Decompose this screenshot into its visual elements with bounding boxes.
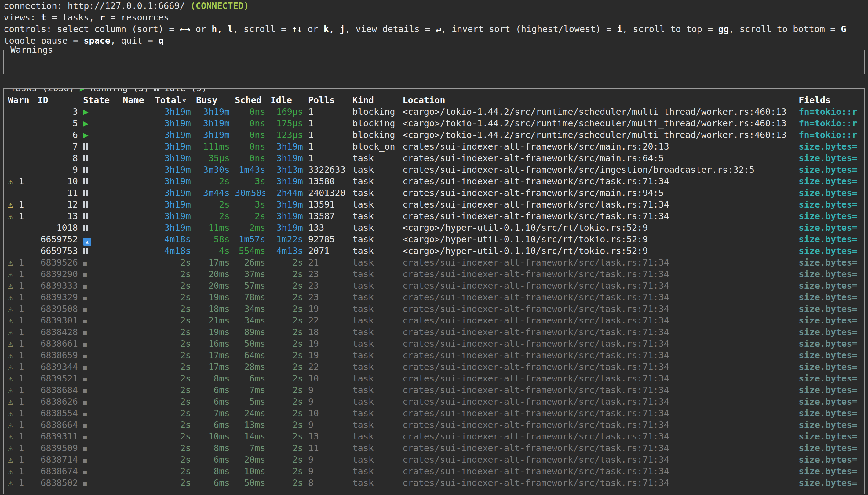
kind-cell: task <box>352 291 397 303</box>
warn-cell: ⚠ 1 <box>8 477 32 489</box>
state-idle-icon <box>83 222 88 234</box>
task-row[interactable]: ⚠ 1 6838659 ■ 2s 17ms 64ms 2s 19 task cr… <box>8 349 863 361</box>
task-row[interactable]: 6 ▶ 3h19m 3h19m 0ns 123µs 1 blocking <ca… <box>8 129 863 141</box>
state-running-icon: ▶ <box>83 106 88 117</box>
kind-cell: task <box>352 187 397 199</box>
text-segment: views: <box>4 12 41 22</box>
id-cell: 5 <box>37 118 78 129</box>
task-row[interactable]: ⚠ 1 6838714 ■ 2s 6ms 20ms 2s 9 task crat… <box>8 454 863 465</box>
state-cell: ■ <box>83 395 118 408</box>
task-row[interactable]: 5 ▶ 3h19m 3h19m 0ns 175µs 1 blocking <ca… <box>8 118 863 129</box>
sched-cell: 554ms <box>235 245 265 257</box>
state-idle-icon <box>83 210 88 222</box>
task-row[interactable]: ⚠ 1 6839333 ■ 2s 20ms 57ms 2s 23 task cr… <box>8 280 863 291</box>
column-header-id[interactable]: ID <box>37 94 78 106</box>
column-header-fields[interactable]: Fields <box>799 94 863 106</box>
text-segment: , scroll to bottom = <box>729 24 841 34</box>
total-cell: 2s <box>155 361 191 373</box>
text-segment: Tasks (2056) <box>11 88 80 93</box>
task-row[interactable]: ⚠ 1 6838502 ■ 2s 6ms 50ms 2s 8 task crat… <box>8 477 863 489</box>
state-cell: ■ <box>83 384 118 396</box>
id-cell: 6839333 <box>37 280 78 291</box>
idle-cell: 2s <box>271 419 303 431</box>
task-row[interactable]: ⚠ 1 6839521 ■ 2s 8ms 6ms 2s 10 task crat… <box>8 373 863 384</box>
column-header-location[interactable]: Location <box>403 94 794 106</box>
warning-icon: ⚠ <box>8 373 13 383</box>
warn-cell: ⚠ 1 <box>8 175 32 187</box>
state-cell <box>83 152 118 164</box>
task-row[interactable]: 1018 3h19m 11ms 2ms 3h19m 133 task <carg… <box>8 222 863 234</box>
task-row[interactable]: ⚠ 1 6839329 ■ 2s 19ms 78ms 2s 23 task cr… <box>8 291 863 303</box>
sched-cell: 50ms <box>235 338 265 349</box>
task-row[interactable]: ⚠ 1 10 3h19m 2s 3s 3h19m 13580 task crat… <box>8 175 863 187</box>
id-cell: 6 <box>37 129 78 141</box>
warning-icon: ⚠ <box>8 269 13 279</box>
state-cell <box>83 245 118 257</box>
column-header-state[interactable]: State <box>83 94 118 106</box>
text-segment: , scroll to top = <box>622 24 718 34</box>
task-row[interactable]: ⚠ 1 6838554 ■ 2s 7ms 24ms 2s 10 task cra… <box>8 407 863 419</box>
polls-cell: 1 <box>308 118 347 129</box>
column-header-sched[interactable]: Sched <box>235 94 265 106</box>
text-segment: Idle (9) <box>159 88 207 93</box>
polls-cell: 10 <box>308 407 347 419</box>
task-row[interactable]: 6659753 4m18s 4s 554ms 4m13s 2071 task <… <box>8 245 863 257</box>
busy-cell: 4s <box>196 245 230 257</box>
state-cell: ▶ <box>83 129 118 141</box>
task-row[interactable]: ⚠ 1 6838674 ■ 2s 8ms 10ms 2s 9 task crat… <box>8 465 863 477</box>
task-row[interactable]: ⚠ 1 6838664 ■ 2s 6ms 13ms 2s 9 task crat… <box>8 419 863 431</box>
polls-cell: 19 <box>308 338 347 349</box>
busy-cell: 58s <box>196 234 230 245</box>
task-row[interactable]: ⚠ 1 6839344 ■ 2s 17ms 28ms 2s 22 task cr… <box>8 361 863 373</box>
warning-icon: ⚠ <box>8 350 13 360</box>
task-row[interactable]: ⚠ 1 6839526 ■ 2s 17ms 26ms 2s 21 task cr… <box>8 257 863 268</box>
state-completed-icon: ■ <box>83 468 87 476</box>
busy-cell: 8ms <box>196 442 230 454</box>
sched-cell: 34ms <box>235 314 265 326</box>
controls-line: controls: select column (sort) = ←→ or h… <box>0 23 868 35</box>
column-header-kind[interactable]: Kind <box>352 94 397 106</box>
idle-cell: 2s <box>271 338 303 349</box>
text-segment: space <box>84 35 110 46</box>
task-row[interactable]: ⚠ 1 6838428 ■ 2s 19ms 89ms 2s 18 task cr… <box>8 326 863 338</box>
location-cell: crates/sui-indexer-alt-framework/src/tas… <box>403 384 794 396</box>
text-segment: , quit = <box>110 35 158 46</box>
task-row[interactable]: 11 3h19m 3m44s 30m50s 2h44m 2401320 task… <box>8 187 863 199</box>
task-row[interactable]: 9 3h19m 3m30s 1m43s 3h13m 3322633 task c… <box>8 164 863 175</box>
task-row[interactable]: ⚠ 1 6839301 ■ 2s 21ms 34ms 2s 22 task cr… <box>8 314 863 326</box>
text-segment: ↵ <box>435 24 441 34</box>
column-header-busy[interactable]: Busy <box>196 94 230 106</box>
column-header-name[interactable]: Name <box>123 94 150 106</box>
task-row[interactable]: ⚠ 1 6839290 ■ 2s 20ms 37ms 2s 23 task cr… <box>8 268 863 280</box>
task-row[interactable]: 7 3h19m 111ms 0ns 3h19m 1 block_on crate… <box>8 141 863 152</box>
column-header-idle[interactable]: Idle <box>271 94 303 106</box>
task-row[interactable]: ⚠ 1 12 3h19m 2s 3s 3h19m 13591 task crat… <box>8 199 863 210</box>
fields-cell: size.bytes= <box>799 199 863 210</box>
task-row[interactable]: ⚠ 1 6839311 ■ 2s 10ms 14ms 2s 13 task cr… <box>8 431 863 442</box>
task-row[interactable]: ⚠ 1 6838626 ■ 2s 6ms 5ms 2s 9 task crate… <box>8 396 863 407</box>
task-row[interactable]: ⚠ 1 13 3h19m 2s 2s 3h19m 13587 task crat… <box>8 210 863 222</box>
polls-cell: 11 <box>308 442 347 454</box>
polls-cell: 19 <box>308 349 347 361</box>
text-segment: Running (3) <box>85 88 154 93</box>
polls-cell: 9 <box>308 419 347 431</box>
text-segment: , scroll = <box>233 24 292 34</box>
task-row[interactable]: ⚠ 1 6838684 ■ 2s 6ms 7ms 2s 9 task crate… <box>8 384 863 396</box>
task-row[interactable]: 6659752 ▲ 4m18s 58s 1m57s 1m22s 92785 ta… <box>8 234 863 245</box>
column-header-polls[interactable]: Polls <box>308 94 347 106</box>
column-header-total[interactable]: Total▿ <box>155 94 191 106</box>
fields-cell: size.bytes= <box>799 326 863 338</box>
fields-cell: size.bytes= <box>799 152 863 164</box>
task-row[interactable]: ⚠ 1 6839509 ■ 2s 8ms 7ms 2s 11 task crat… <box>8 442 863 454</box>
state-cell: ■ <box>83 407 118 420</box>
state-idle-icon <box>83 187 88 199</box>
task-row[interactable]: 3 ▶ 3h19m 3h19m 0ns 169µs 1 blocking <ca… <box>8 106 863 118</box>
task-row[interactable]: ⚠ 1 6838661 ■ 2s 16ms 50ms 2s 19 task cr… <box>8 338 863 349</box>
task-row[interactable]: ⚠ 1 6839508 ■ 2s 18ms 34ms 2s 19 task cr… <box>8 303 863 314</box>
warn-cell: ⚠ 1 <box>8 268 32 280</box>
column-header-warn[interactable]: Warn <box>8 94 32 106</box>
id-cell: 6838659 <box>37 349 78 361</box>
id-cell: 9 <box>37 164 78 175</box>
task-row[interactable]: 8 3h19m 35µs 0ns 3h19m 1 task crates/sui… <box>8 152 863 164</box>
sched-cell: 14ms <box>235 431 265 442</box>
